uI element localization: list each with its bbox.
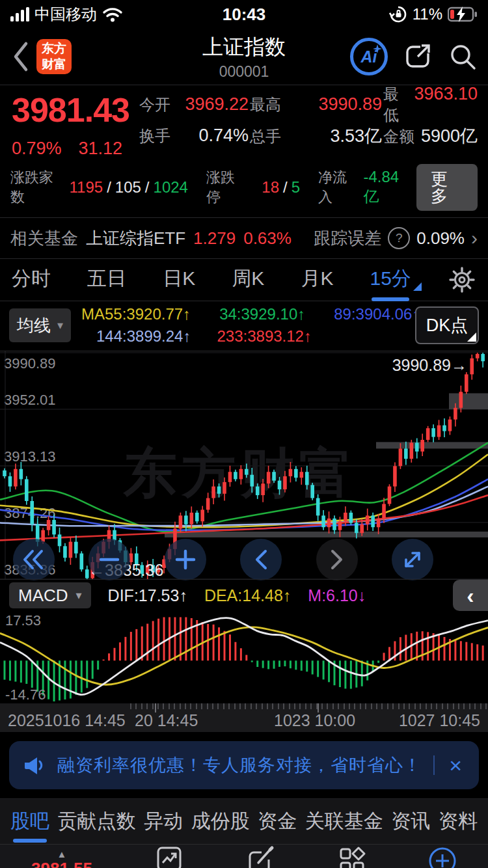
stock-code: 000001 xyxy=(219,63,269,81)
ai-assistant-button[interactable]: Ai xyxy=(350,38,388,75)
axis-label-1: 20251016 14:45 xyxy=(8,711,126,730)
price-block: 3981.43 0.79% 31.12 xyxy=(0,89,138,159)
dk-point-button[interactable]: DK点 xyxy=(415,306,479,344)
ma-selector-button[interactable]: 均线 ▾ xyxy=(9,308,71,342)
zoom-out-button[interactable] xyxy=(88,539,130,580)
add-watchlist-button[interactable]: 加自选 xyxy=(397,845,488,868)
search-icon[interactable] xyxy=(448,42,478,72)
change-percent: 0.79% xyxy=(12,139,62,159)
fund-label: 相关基金 xyxy=(10,227,78,250)
collapse-panel-button[interactable]: ‹ xyxy=(453,580,488,611)
tab-monthly-k[interactable]: 月K xyxy=(301,265,333,295)
signal-strength-icon xyxy=(10,7,29,21)
tracking-error-value: 0.09% xyxy=(416,228,465,249)
expand-up-icon: ▲ xyxy=(57,848,67,860)
dropdown-corner-icon xyxy=(413,282,422,291)
tab-minute[interactable]: 分时 xyxy=(12,265,51,295)
period-tab-bar: 分时 五日 日K 周K 月K 15分 xyxy=(0,259,488,301)
ma233-value: 233:3893.12↑ xyxy=(217,327,311,346)
indicator-selector-button[interactable]: MACD ▾ xyxy=(9,582,91,608)
tab-contribution[interactable]: 贡献点数 xyxy=(58,799,136,844)
macd-plot: 17.53-14.76 xyxy=(0,611,488,703)
axis-label-3: 1023 10:00 xyxy=(274,711,355,730)
ma144-value: 144:3899.24↑ xyxy=(96,327,191,346)
fund-name: 上证综指ETF xyxy=(86,227,185,250)
banner-text: 融资利率很优惠！专人服务对接，省时省心！ xyxy=(57,753,422,777)
apps-grid-icon xyxy=(336,845,366,868)
buy-index-button[interactable]: 买指数 xyxy=(124,845,215,868)
active-tab-underline xyxy=(372,297,409,301)
close-icon[interactable]: × xyxy=(446,753,465,778)
quote-top: 3981.43 0.79% 31.12 今开3969.22 最高3990.89 … xyxy=(0,89,488,159)
dif-value: DIF:17.53↑ xyxy=(108,586,187,605)
battery-charging-icon xyxy=(448,6,478,23)
carrier-label: 中国移动 xyxy=(34,4,97,25)
stat-low: 最低3963.10 xyxy=(382,84,478,126)
svg-text:-14.76: -14.76 xyxy=(5,686,46,703)
svg-text:3990.89: 3990.89 xyxy=(4,355,56,372)
post-button[interactable]: 发帖 xyxy=(215,845,306,868)
status-bar: 中国移动 10:43 11% xyxy=(0,0,488,29)
fullscreen-button[interactable] xyxy=(392,539,433,580)
advancers-count: 1195 xyxy=(70,178,103,197)
breadth-label: 涨跌家数 xyxy=(10,168,66,207)
sparkle-icon xyxy=(373,44,382,53)
clock: 10:43 xyxy=(223,5,266,25)
pan-right-button[interactable] xyxy=(316,539,358,580)
promo-banner[interactable]: 融资利率很优惠！专人服务对接，省时省心！ × xyxy=(9,741,479,789)
limit-down-count: 5 xyxy=(291,178,300,197)
megaphone-icon xyxy=(23,755,46,776)
battery-percent: 11% xyxy=(413,5,442,23)
back-icon[interactable] xyxy=(10,40,30,74)
time-axis: 20251016 14:45 20 14:45 1023 10:00 1027 … xyxy=(0,703,488,732)
pan-far-left-button[interactable] xyxy=(13,539,55,580)
tab-movement[interactable]: 异动 xyxy=(144,799,183,844)
candlestick-chart[interactable]: 3990.893952.013913.133874.263835.36东方财富3… xyxy=(0,351,488,579)
page-title: 上证指数 xyxy=(202,33,286,62)
breadth-row: 涨跌家数 1195 / 105 / 1024 涨跌停 18 / 5 净流入 -4… xyxy=(0,159,488,217)
tab-5day[interactable]: 五日 xyxy=(87,265,126,295)
add-circle-icon xyxy=(427,845,458,868)
flat-count: 105 xyxy=(115,178,141,197)
header-actions: Ai xyxy=(350,38,478,75)
divider xyxy=(433,755,435,775)
zoom-in-button[interactable] xyxy=(165,539,206,580)
tracking-error-label: 跟踪误差 xyxy=(314,227,381,250)
stats-grid: 今开3969.22 最高3990.89 最低3963.10 换手0.74% 总手… xyxy=(138,89,488,159)
app-logo[interactable]: 东方 财富 xyxy=(36,39,72,74)
pan-left-button[interactable] xyxy=(240,539,282,580)
buy-index-icon xyxy=(154,845,184,868)
macd-chart[interactable]: 17.53-14.76 xyxy=(0,611,488,703)
ma-legend-panel: 均线 ▾ MA55:3920.77↑ 34:3929.10↑ 89:3904.0… xyxy=(0,301,488,351)
index-quick-quote[interactable]: ▲ 3981.55 上证 0.79% xyxy=(0,845,124,868)
limit-up-count: 18 xyxy=(262,178,279,197)
tab-profile[interactable]: 资料 xyxy=(439,799,478,844)
compose-icon xyxy=(245,845,275,868)
svg-text:17.53: 17.53 xyxy=(5,612,41,629)
tab-constituents[interactable]: 成份股 xyxy=(191,799,250,844)
status-left: 中国移动 xyxy=(10,4,167,25)
chart-settings-icon[interactable] xyxy=(448,265,476,294)
tab-15min[interactable]: 15分 xyxy=(370,265,411,295)
ma89-value: 89:3904.06↑ xyxy=(334,305,420,323)
tab-daily-k[interactable]: 日K xyxy=(163,265,195,295)
tab-weekly-k[interactable]: 周K xyxy=(232,265,264,295)
dropdown-arrow-icon: ▾ xyxy=(76,588,82,603)
related-fund-row[interactable]: 相关基金 上证综指ETF 1.279 0.63% 跟踪误差 ? 0.09% › xyxy=(0,218,488,258)
chevron-right-icon: › xyxy=(471,227,478,249)
status-right: 11% xyxy=(321,5,478,23)
quote-panel: 3981.43 0.79% 31.12 今开3969.22 最高3990.89 … xyxy=(0,85,488,217)
svg-text:3990.89→: 3990.89→ xyxy=(392,356,467,374)
stat-amount: 金额5900亿 xyxy=(382,124,478,148)
tab-news[interactable]: 资讯 xyxy=(391,799,430,844)
more-button[interactable]: 更多 xyxy=(416,164,478,211)
index-price: 3981.55 xyxy=(31,860,92,868)
tab-funds-flow[interactable]: 资金 xyxy=(258,799,297,844)
tab-related-funds[interactable]: 关联基金 xyxy=(305,799,383,844)
banner-wrap: 融资利率很优惠！专人服务对接，省时省心！ × xyxy=(0,732,488,789)
inflow-value: -4.84亿 xyxy=(363,168,413,207)
functions-button[interactable]: 功能 xyxy=(306,845,397,868)
help-icon[interactable]: ? xyxy=(388,227,410,249)
tab-guba[interactable]: 股吧 xyxy=(10,799,49,844)
share-icon[interactable] xyxy=(402,41,433,72)
